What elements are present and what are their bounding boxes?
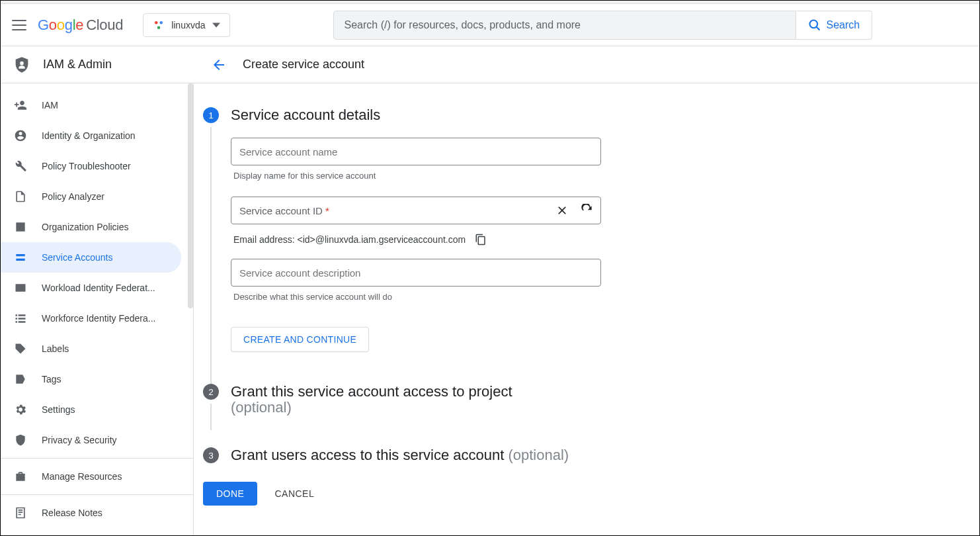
- search-button-label: Search: [827, 19, 860, 31]
- search-container: Search (/) for resources, docs, products…: [333, 11, 873, 40]
- bookmark-icon: [14, 373, 27, 386]
- sidebar-item-manage-resources[interactable]: Manage Resources: [1, 461, 181, 492]
- optional-label: (optional): [508, 447, 569, 463]
- name-helper-text: Display name for this service account: [233, 171, 598, 181]
- sidebar-item-workforce-identity[interactable]: Workforce Identity Federa...: [1, 303, 181, 334]
- sidebar-item-settings[interactable]: Settings: [1, 394, 181, 425]
- main-content: 1 Service account details Display name f…: [194, 83, 979, 536]
- create-and-continue-button[interactable]: CREATE AND CONTINUE: [231, 327, 369, 352]
- subheader: IAM & Admin Create service account: [1, 46, 979, 83]
- header-bar: Google Cloud linuxvda Search (/) for res…: [1, 4, 979, 46]
- sidebar-item-org-policies[interactable]: Organization Policies: [1, 212, 181, 242]
- sidebar-item-label: Labels: [42, 343, 69, 354]
- step-3[interactable]: 3 Grant users access to this service acc…: [194, 447, 979, 463]
- search-icon: [808, 19, 821, 32]
- sidebar-item-policy-analyzer[interactable]: Policy Analyzer: [1, 181, 181, 212]
- search-placeholder-text: Search (/) for resources, docs, products…: [345, 19, 581, 31]
- back-arrow-icon[interactable]: [211, 57, 227, 73]
- sidebar-item-label: Service Accounts: [42, 252, 112, 263]
- search-input-box[interactable]: Search (/) for resources, docs, products…: [333, 11, 796, 40]
- copy-icon[interactable]: [475, 234, 487, 246]
- sidebar-item-label: IAM: [42, 100, 58, 111]
- service-account-description-input[interactable]: [239, 267, 592, 279]
- google-cloud-logo[interactable]: Google Cloud: [38, 17, 123, 34]
- divider: [1, 494, 193, 495]
- sidebar-item-release-notes[interactable]: Release Notes: [1, 498, 181, 528]
- id-placeholder-text: Service account ID: [239, 205, 323, 216]
- search-button[interactable]: Search: [796, 11, 873, 40]
- sidebar-item-label: Release Notes: [42, 508, 102, 518]
- sidebar-item-policy-troubleshooter[interactable]: Policy Troubleshooter: [1, 151, 181, 181]
- service-account-description-field[interactable]: [231, 259, 601, 287]
- sidebar-item-label: Manage Resources: [42, 471, 122, 482]
- step-badge-3: 3: [203, 447, 219, 463]
- email-value: <id>@linuxvda.iam.gserviceaccount.com: [297, 234, 466, 245]
- step-2-title-text: Grant this service account access to pro…: [231, 383, 512, 400]
- cancel-button[interactable]: CANCEL: [274, 488, 314, 499]
- step-connector: [210, 404, 212, 430]
- section-header: IAM & Admin: [1, 46, 194, 83]
- step-2[interactable]: 2 Grant this service account access to p…: [194, 384, 979, 416]
- step-1: 1 Service account details: [194, 107, 979, 123]
- wrench-icon: [14, 159, 27, 173]
- sidebar-item-privacy-security[interactable]: Privacy & Security: [1, 425, 181, 455]
- body: IAM Identity & Organization Policy Troub…: [1, 83, 979, 536]
- step-3-title: Grant users access to this service accou…: [231, 447, 569, 463]
- step-badge-2: 2: [203, 384, 219, 400]
- clear-icon[interactable]: [555, 204, 569, 217]
- service-account-name-field[interactable]: [231, 138, 601, 165]
- briefcase-icon: [14, 470, 27, 483]
- email-address-row: Email address: <id>@linuxvda.iam.gservic…: [233, 234, 598, 246]
- service-account-id-field[interactable]: Service account ID*: [231, 197, 601, 224]
- id-field-actions: [555, 204, 594, 217]
- sidebar: IAM Identity & Organization Policy Troub…: [1, 83, 194, 536]
- step-3-title-text: Grant users access to this service accou…: [231, 447, 504, 463]
- divider: [1, 458, 193, 459]
- done-button[interactable]: DONE: [203, 482, 257, 506]
- hamburger-menu-icon[interactable]: [11, 17, 27, 33]
- scrollbar[interactable]: [188, 83, 193, 308]
- service-account-icon: [14, 251, 27, 264]
- account-circle-icon: [14, 129, 27, 142]
- sidebar-list: IAM Identity & Organization Policy Troub…: [1, 83, 193, 528]
- sidebar-item-label: Settings: [42, 404, 75, 415]
- section-title: IAM & Admin: [43, 58, 112, 71]
- sidebar-item-label: Workforce Identity Federa...: [42, 313, 155, 324]
- optional-label: (optional): [231, 399, 292, 416]
- svg-point-2: [157, 26, 161, 29]
- step-1-title: Service account details: [231, 107, 380, 123]
- shield-person-icon: [13, 56, 31, 74]
- notes-icon: [14, 506, 27, 519]
- sidebar-item-labels[interactable]: Labels: [1, 334, 181, 364]
- sidebar-item-label: Workload Identity Federat...: [42, 283, 155, 293]
- refresh-icon[interactable]: [581, 204, 594, 217]
- person-add-icon: [14, 99, 27, 112]
- gear-icon: [14, 403, 27, 416]
- shield-icon: [14, 433, 27, 447]
- page-header: Create service account: [194, 46, 979, 83]
- sidebar-item-label: Policy Troubleshooter: [42, 161, 131, 171]
- sidebar-item-tags[interactable]: Tags: [1, 364, 181, 394]
- project-picker[interactable]: linuxvda: [143, 13, 229, 37]
- desc-helper-text: Describe what this service account will …: [233, 292, 598, 302]
- logo-cloud-text: Cloud: [86, 17, 123, 34]
- required-asterisk: *: [325, 205, 329, 216]
- svg-line-4: [816, 26, 819, 30]
- sidebar-item-service-accounts[interactable]: Service Accounts: [1, 242, 181, 273]
- sidebar-item-label: Privacy & Security: [42, 435, 117, 445]
- sidebar-item-workload-identity[interactable]: Workload Identity Federat...: [1, 273, 181, 303]
- step-connector: [210, 127, 212, 385]
- svg-point-3: [809, 20, 817, 28]
- sidebar-item-identity-org[interactable]: Identity & Organization: [1, 120, 181, 151]
- svg-point-5: [20, 61, 24, 65]
- svg-point-1: [160, 21, 163, 24]
- step-2-title: Grant this service account access to pro…: [231, 384, 512, 416]
- sidebar-item-label: Identity & Organization: [42, 130, 136, 141]
- step-badge-1: 1: [203, 107, 219, 123]
- sidebar-item-iam[interactable]: IAM: [1, 90, 181, 120]
- project-name: linuxvda: [171, 20, 205, 30]
- svg-point-0: [155, 21, 158, 24]
- service-account-name-input[interactable]: [239, 146, 592, 157]
- service-account-form: Display name for this service account Se…: [231, 138, 601, 352]
- page-title: Create service account: [243, 58, 364, 71]
